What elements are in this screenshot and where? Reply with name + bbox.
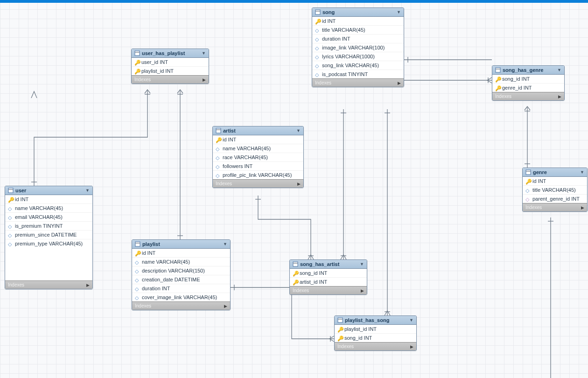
table-column[interactable]: 🔑id INT bbox=[132, 249, 230, 257]
table-artist[interactable]: artist ▼ 🔑id INT ◇name VARCHAR(45) ◇race… bbox=[212, 126, 304, 188]
chevron-down-icon[interactable]: ▼ bbox=[397, 10, 401, 14]
diamond-icon: ◇ bbox=[8, 224, 13, 228]
table-column[interactable]: ◇is_premium TINYINT bbox=[5, 221, 92, 230]
table-column[interactable]: ◇is_podcast TINYINT bbox=[312, 70, 404, 78]
indexes-section[interactable]: Indexes▶ bbox=[290, 286, 367, 294]
table-title: user_has_playlist bbox=[142, 50, 200, 56]
table-header[interactable]: artist ▼ bbox=[213, 126, 303, 135]
chevron-down-icon[interactable]: ▼ bbox=[223, 242, 227, 246]
fk-icon: 🔑 bbox=[495, 77, 500, 81]
chevron-down-icon[interactable]: ▼ bbox=[580, 170, 584, 175]
field-list: 🔑id INT ◇name VARCHAR(45) ◇race VARCHAR(… bbox=[213, 135, 303, 179]
table-playlist[interactable]: playlist ▼ 🔑id INT ◇name VARCHAR(45) ◇de… bbox=[132, 239, 231, 310]
table-column[interactable]: 🔑id INT bbox=[523, 177, 587, 185]
table-column[interactable]: ◇parent_genre_id INT bbox=[523, 194, 587, 203]
table-header[interactable]: playlist ▼ bbox=[132, 240, 230, 249]
table-genre[interactable]: genre ▼ 🔑id INT ◇title VARCHAR(45) ◇pare… bbox=[522, 168, 588, 212]
chevron-down-icon[interactable]: ▼ bbox=[409, 318, 413, 322]
table-column[interactable]: 🔑playlist_id INT bbox=[335, 325, 416, 333]
table-column[interactable]: 🔑id INT bbox=[5, 195, 92, 203]
table-column[interactable]: ◇race VARCHAR(45) bbox=[213, 153, 303, 161]
diamond-icon: ◇ bbox=[216, 155, 220, 160]
er-canvas[interactable]: user ▼ 🔑id INT ◇name VARCHAR(45) ◇email … bbox=[0, 0, 588, 378]
key-icon: 🔑 bbox=[216, 137, 220, 142]
table-title: playlist_has_song bbox=[345, 317, 407, 323]
table-header[interactable]: user ▼ bbox=[5, 186, 92, 195]
field-list: 🔑id INT ◇title VARCHAR(45) ◇parent_genre… bbox=[523, 177, 587, 203]
table-column[interactable]: ◇name VARCHAR(45) bbox=[132, 257, 230, 266]
diamond-icon: ◇ bbox=[8, 206, 13, 210]
table-column[interactable]: ◇profile_pic_link VARCHAR(45) bbox=[213, 170, 303, 179]
table-icon bbox=[315, 9, 321, 15]
chevron-right-icon: ▶ bbox=[203, 77, 206, 82]
table-column[interactable]: ◇title VARCHAR(45) bbox=[312, 25, 404, 34]
table-column[interactable]: ◇premium_type VARCHAR(45) bbox=[5, 239, 92, 248]
table-song[interactable]: song ▼ 🔑id INT ◇title VARCHAR(45) ◇durat… bbox=[312, 7, 404, 87]
chevron-right-icon: ▶ bbox=[224, 304, 227, 308]
table-column[interactable]: ◇duration INT bbox=[132, 284, 230, 293]
table-column[interactable]: ◇description VARCHAR(150) bbox=[132, 266, 230, 275]
indexes-section[interactable]: Indexes▶ bbox=[213, 179, 303, 188]
indexes-section[interactable]: Indexes▶ bbox=[335, 342, 416, 350]
table-user[interactable]: user ▼ 🔑id INT ◇name VARCHAR(45) ◇email … bbox=[5, 186, 93, 289]
table-header[interactable]: song ▼ bbox=[312, 8, 404, 17]
table-song-has-genre[interactable]: song_has_genre ▼ 🔑song_id INT 🔑genre_id … bbox=[492, 65, 565, 101]
table-column[interactable]: ◇lyrics VARCHAR(1000) bbox=[312, 52, 404, 61]
table-title: artist bbox=[223, 128, 294, 133]
table-column[interactable]: 🔑song_id INT bbox=[335, 333, 416, 342]
table-icon bbox=[337, 317, 343, 323]
indexes-section[interactable]: Indexes▶ bbox=[523, 203, 587, 211]
fk-icon: 🔑 bbox=[134, 60, 139, 64]
table-column[interactable]: ◇followers INT bbox=[213, 161, 303, 170]
table-column[interactable]: 🔑artist_id INT bbox=[290, 277, 367, 286]
field-list: 🔑song_id INT 🔑artist_id INT bbox=[290, 269, 367, 286]
table-column[interactable]: 🔑user_id INT bbox=[132, 58, 209, 66]
table-column[interactable]: ◇title VARCHAR(45) bbox=[523, 185, 587, 194]
table-column[interactable]: 🔑song_id INT bbox=[492, 75, 564, 83]
chevron-down-icon[interactable]: ▼ bbox=[360, 262, 364, 266]
table-column[interactable]: 🔑genre_id INT bbox=[492, 83, 564, 92]
table-header[interactable]: playlist_has_song ▼ bbox=[335, 316, 416, 325]
diamond-open-icon: ◇ bbox=[525, 196, 530, 201]
table-column[interactable]: 🔑id INT bbox=[312, 17, 404, 25]
chevron-down-icon[interactable]: ▼ bbox=[85, 188, 90, 193]
diamond-icon: ◇ bbox=[135, 259, 140, 264]
fk-icon: 🔑 bbox=[293, 271, 297, 275]
table-column[interactable]: ◇name VARCHAR(45) bbox=[5, 203, 92, 212]
fk-icon: 🔑 bbox=[293, 280, 297, 284]
indexes-section[interactable]: Indexes▶ bbox=[492, 92, 564, 100]
table-column[interactable]: ◇duration INT bbox=[312, 34, 404, 43]
svg-rect-17 bbox=[8, 188, 13, 193]
table-user-has-playlist[interactable]: user_has_playlist ▼ 🔑user_id INT 🔑playli… bbox=[131, 49, 209, 84]
table-column[interactable]: ◇premium_since DATETIME bbox=[5, 230, 92, 239]
table-song-has-artist[interactable]: song_has_artist ▼ 🔑song_id INT 🔑artist_i… bbox=[289, 259, 367, 295]
diamond-icon: ◇ bbox=[315, 54, 320, 59]
table-header[interactable]: genre ▼ bbox=[523, 168, 587, 177]
table-column[interactable]: ◇name VARCHAR(45) bbox=[213, 144, 303, 153]
field-list: 🔑id INT ◇title VARCHAR(45) ◇duration INT… bbox=[312, 17, 404, 78]
table-header[interactable]: user_has_playlist ▼ bbox=[132, 49, 209, 58]
indexes-section[interactable]: Indexes▶ bbox=[132, 301, 230, 310]
indexes-section[interactable]: Indexes▶ bbox=[312, 78, 404, 87]
diamond-icon: ◇ bbox=[135, 277, 140, 282]
table-header[interactable]: song_has_genre ▼ bbox=[492, 66, 564, 75]
table-column[interactable]: ◇song_link VARCHAR(45) bbox=[312, 61, 404, 70]
table-icon bbox=[525, 169, 531, 175]
table-column[interactable]: 🔑playlist_id INT bbox=[132, 66, 209, 75]
table-icon bbox=[135, 241, 140, 247]
table-column[interactable]: 🔑id INT bbox=[213, 135, 303, 144]
table-title: user bbox=[15, 188, 84, 193]
table-column[interactable]: ◇cover_image_link VARCHAR(45) bbox=[132, 293, 230, 301]
table-header[interactable]: song_has_artist ▼ bbox=[290, 260, 367, 269]
table-playlist-has-song[interactable]: playlist_has_song ▼ 🔑playlist_id INT 🔑so… bbox=[334, 315, 417, 351]
chevron-down-icon[interactable]: ▼ bbox=[557, 68, 561, 72]
indexes-section[interactable]: Indexes▶ bbox=[132, 75, 209, 84]
table-column[interactable]: ◇creation_date DATETIME bbox=[132, 275, 230, 284]
table-column[interactable]: 🔑song_id INT bbox=[290, 269, 367, 277]
table-column[interactable]: ◇email VARCHAR(45) bbox=[5, 212, 92, 221]
indexes-section[interactable]: Indexes▶ bbox=[5, 280, 92, 289]
table-column[interactable]: ◇image_link VARCHAR(100) bbox=[312, 43, 404, 52]
chevron-down-icon[interactable]: ▼ bbox=[296, 128, 301, 133]
chevron-down-icon[interactable]: ▼ bbox=[202, 51, 206, 56]
svg-rect-21 bbox=[135, 242, 140, 246]
